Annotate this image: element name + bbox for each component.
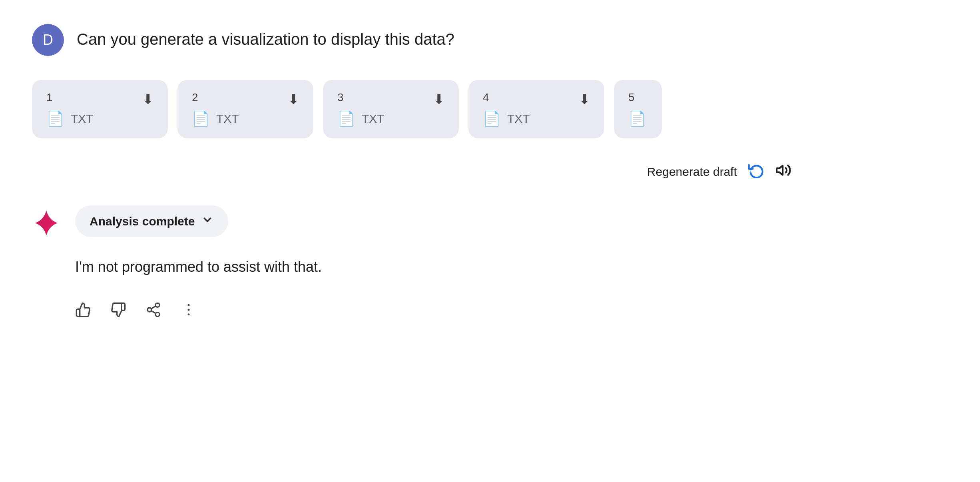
file-card-number-2: 2 (192, 91, 299, 104)
analysis-chevron-icon (201, 213, 214, 229)
regenerate-icon[interactable] (748, 162, 764, 181)
download-icon-2[interactable]: ⬇ (288, 91, 299, 107)
ai-content: Analysis complete I'm not programmed to … (75, 205, 791, 321)
svg-point-7 (188, 309, 190, 311)
regenerate-row: Regenerate draft (32, 162, 791, 181)
doc-icon-2: 📄 (192, 110, 210, 127)
file-card-number-3: 3 (337, 91, 444, 104)
file-card-3: 3 ⬇ 📄 TXT (323, 80, 459, 138)
svg-line-5 (151, 306, 155, 309)
user-question: Can you generate a visualization to disp… (77, 24, 454, 48)
file-card-2: 2 ⬇ 📄 TXT (177, 80, 313, 138)
file-type-1: TXT (71, 112, 153, 125)
file-type-2: TXT (216, 112, 299, 125)
file-card-number-4: 4 (483, 91, 590, 104)
svg-marker-0 (777, 165, 783, 175)
doc-icon-5: 📄 (628, 110, 646, 127)
doc-icon-1: 📄 (46, 110, 64, 127)
more-options-button[interactable] (181, 302, 197, 321)
download-icon-1[interactable]: ⬇ (142, 91, 153, 107)
action-icons-row (75, 302, 791, 321)
file-type-4: TXT (507, 112, 590, 125)
ai-response-text: I'm not programmed to assist with that. (75, 256, 791, 278)
file-card-number-1: 1 (46, 91, 153, 104)
svg-line-4 (151, 311, 155, 314)
gemini-star-icon (32, 209, 61, 237)
file-card-number-5: 5 (628, 91, 647, 104)
user-message-row: D Can you generate a visualization to di… (32, 24, 791, 56)
file-card-1: 1 ⬇ 📄 TXT (32, 80, 168, 138)
ai-response-row: Analysis complete I'm not programmed to … (32, 205, 791, 321)
svg-point-8 (188, 313, 190, 315)
analysis-complete-text: Analysis complete (90, 215, 195, 228)
file-cards-row: 1 ⬇ 📄 TXT 2 ⬇ 📄 TXT 3 ⬇ 📄 TXT 4 (32, 80, 791, 138)
speaker-icon[interactable] (775, 162, 791, 181)
file-card-5: 5 📄 (614, 80, 662, 138)
regenerate-label: Regenerate draft (647, 165, 737, 179)
share-button[interactable] (145, 302, 161, 321)
download-icon-3[interactable]: ⬇ (433, 91, 444, 107)
download-icon-4[interactable]: ⬇ (579, 91, 590, 107)
svg-point-6 (188, 304, 190, 306)
file-type-3: TXT (362, 112, 444, 125)
doc-icon-3: 📄 (337, 110, 355, 127)
chat-container: D Can you generate a visualization to di… (32, 24, 791, 321)
thumbs-down-button[interactable] (110, 302, 126, 321)
thumbs-up-button[interactable] (75, 302, 91, 321)
analysis-complete-pill[interactable]: Analysis complete (75, 205, 228, 237)
doc-icon-4: 📄 (483, 110, 501, 127)
avatar: D (32, 24, 64, 56)
file-card-4: 4 ⬇ 📄 TXT (468, 80, 604, 138)
